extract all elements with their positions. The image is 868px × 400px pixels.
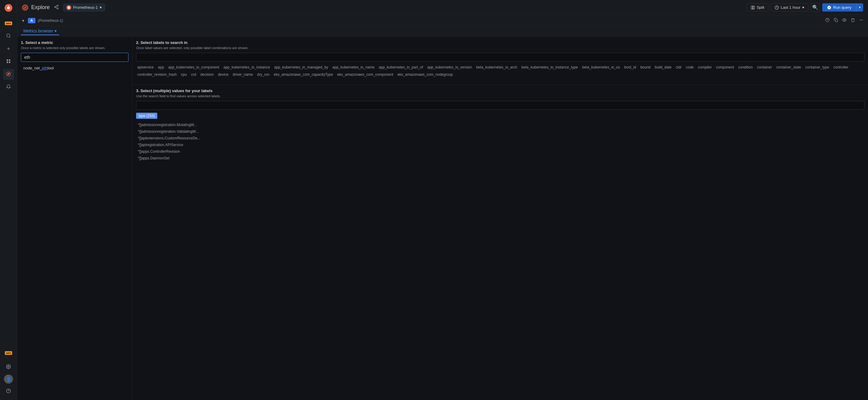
sidebar-item-add[interactable]: + xyxy=(3,43,14,54)
query-collapse-button[interactable]: ▾ xyxy=(21,18,26,24)
datasource-selector[interactable]: Prometheus-1 ▾ xyxy=(63,4,105,11)
label-tag[interactable]: app xyxy=(157,65,165,70)
label-tag[interactable]: container_type xyxy=(804,65,830,70)
metrics-browser-tab[interactable]: Metrics browser ▾ xyxy=(21,27,59,35)
aws-services-icon: aws xyxy=(5,351,12,355)
label-tag[interactable]: cpu xyxy=(180,72,188,77)
value-item[interactable]: *[]admissionregistration.MutatingW... xyxy=(136,122,864,128)
metrics-browser-content: 1. Select a metric Once a metric is sele… xyxy=(17,37,868,400)
datasource-chevron-icon: ▾ xyxy=(100,5,102,10)
label-tag[interactable]: app_kubernetes_io_managed_by xyxy=(273,65,330,70)
query-icons xyxy=(824,17,864,24)
label-tag[interactable]: app_kubernetes_io_part_of xyxy=(378,65,424,70)
run-query-button[interactable]: Run query xyxy=(822,3,856,11)
sidebar-item-alerting[interactable] xyxy=(3,82,14,92)
time-chevron-icon: ▾ xyxy=(802,5,804,10)
label-tag[interactable]: boot_id xyxy=(623,65,638,70)
label-tag[interactable]: apiservice xyxy=(136,65,155,70)
metric-item[interactable]: node_net_ethtool xyxy=(21,64,128,72)
label-tag[interactable]: build_date xyxy=(653,65,673,70)
labels-container-wrapper: apiserviceappapp_kubernetes_io_component… xyxy=(132,65,868,85)
metric-search-input[interactable] xyxy=(21,53,128,62)
label-tag[interactable]: condition xyxy=(737,65,754,70)
label-tag[interactable]: compiler xyxy=(697,65,713,70)
label-tag[interactable]: container xyxy=(756,65,773,70)
label-tag[interactable]: container_state xyxy=(775,65,802,70)
value-item[interactable]: *[]apiextensions.CustomResourceDe... xyxy=(136,135,864,141)
label-tag[interactable]: crd xyxy=(190,72,197,77)
svg-rect-25 xyxy=(835,20,838,22)
label-tag[interactable]: app_kubernetes_io_name xyxy=(331,65,376,70)
svg-marker-13 xyxy=(25,7,26,8)
value-item[interactable]: *[]apiregistration.APIService xyxy=(136,142,864,148)
query-more-button[interactable] xyxy=(858,17,864,24)
label-tag[interactable]: driver_name xyxy=(231,72,254,77)
sidebar-item-aws-services[interactable]: aws xyxy=(3,347,14,359)
query-trash-button[interactable] xyxy=(850,17,856,24)
split-button[interactable]: Split xyxy=(747,3,768,11)
sidebar-item-explore[interactable] xyxy=(3,69,14,80)
label-tag[interactable]: beta_kubernetes_io_instance_type xyxy=(520,65,579,70)
value-item[interactable]: *[]apps.DaemonSet xyxy=(136,155,864,161)
svg-rect-5 xyxy=(7,62,8,63)
zoom-button[interactable]: 🔍 xyxy=(811,3,820,12)
run-query-dropdown-button[interactable]: ▾ xyxy=(856,3,863,11)
label-tag[interactable]: cidr xyxy=(675,65,683,70)
svg-rect-20 xyxy=(751,6,752,9)
label-tag[interactable]: app_kubernetes_io_component xyxy=(167,65,220,70)
zoom-out-icon: 🔍 xyxy=(812,4,818,10)
chevron-down-icon: ▾ xyxy=(22,18,24,23)
label-tag[interactable]: eks_amazonaws_com_capacityType xyxy=(273,72,334,77)
grafana-logo[interactable] xyxy=(3,2,14,13)
user-avatar[interactable]: 👤 xyxy=(4,374,13,383)
sidebar-item-settings[interactable] xyxy=(3,362,14,372)
label-tag[interactable]: eks_amazonaws_com_nodegroup xyxy=(396,72,454,77)
bell-icon xyxy=(6,84,11,90)
section2-subtitle: Once label values are selected, only pos… xyxy=(136,46,864,50)
label-tag[interactable]: bound xyxy=(639,65,652,70)
label-tag[interactable]: dry_run xyxy=(256,72,271,77)
label-tag[interactable]: controller xyxy=(832,65,849,70)
sidebar-bottom: aws 👤 xyxy=(3,347,14,398)
section3-title: 3. Select (multiple) values for your lab… xyxy=(136,89,864,93)
label-tag[interactable]: beta_kubernetes_io_os xyxy=(581,65,621,70)
sidebar-item-search[interactable] xyxy=(3,31,14,41)
label-tag[interactable]: component xyxy=(715,65,735,70)
label-tag[interactable]: app_kubernetes_io_instance xyxy=(222,65,271,70)
label-tag[interactable]: decision xyxy=(199,72,215,77)
run-query-group: Run query ▾ xyxy=(822,3,863,11)
topbar: Explore Prometheus-1 ▾ xyxy=(17,0,868,15)
main-content: Explore Prometheus-1 ▾ xyxy=(17,0,868,400)
query-row: ▾ A (Prometheus-1) xyxy=(17,15,868,26)
svg-point-9 xyxy=(8,366,9,367)
svg-point-14 xyxy=(57,5,58,6)
topbar-left: Explore Prometheus-1 ▾ xyxy=(22,3,743,12)
metrics-browser-chevron-icon: ▾ xyxy=(55,29,57,33)
query-eye-button[interactable] xyxy=(841,17,847,24)
values-search-input[interactable] xyxy=(136,101,864,110)
time-range-button[interactable]: Last 1 hour ▾ xyxy=(771,3,808,11)
label-tag[interactable]: beta_kubernetes_io_arch xyxy=(475,65,518,70)
query-help-button[interactable] xyxy=(824,17,830,24)
label-tag[interactable]: app_kubernetes_io_version xyxy=(426,65,473,70)
search-icon xyxy=(6,33,11,39)
share-button[interactable] xyxy=(53,3,60,12)
sidebar-item-help[interactable] xyxy=(3,386,14,397)
svg-point-19 xyxy=(68,6,70,8)
metric-list: node_net_ethtool xyxy=(21,64,128,396)
label-tag[interactable]: device xyxy=(217,72,230,77)
time-range-label: Last 1 hour xyxy=(781,5,800,10)
sidebar-item-aws[interactable]: aws xyxy=(3,18,14,29)
label-tag[interactable]: controller_revision_hash xyxy=(136,72,178,77)
query-copy-button[interactable] xyxy=(833,17,839,24)
sidebar-item-dashboards[interactable] xyxy=(3,56,14,67)
value-item[interactable]: *[]apps.ControllerRevision xyxy=(136,149,864,155)
value-item[interactable]: *[]admissionregistration.ValidatingW... xyxy=(136,128,864,134)
selected-label-badge[interactable]: type (254) xyxy=(136,113,157,119)
label-tag[interactable]: code xyxy=(685,65,695,70)
labels-search-input[interactable] xyxy=(136,53,864,62)
labels-container: apiserviceappapp_kubernetes_io_component… xyxy=(136,65,864,77)
svg-point-15 xyxy=(55,6,56,7)
svg-marker-8 xyxy=(7,73,9,75)
label-tag[interactable]: eks_amazonaws_com_component xyxy=(336,72,395,77)
